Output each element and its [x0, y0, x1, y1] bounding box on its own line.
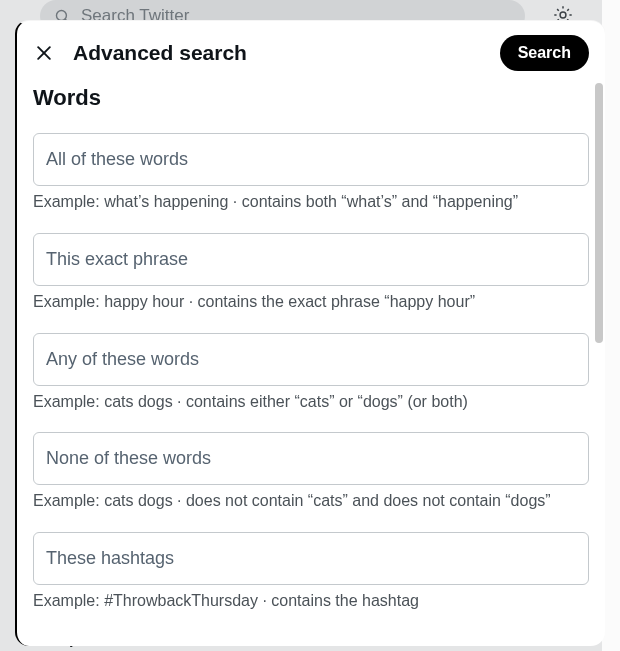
search-button[interactable]: Search	[500, 35, 589, 71]
close-icon	[34, 43, 54, 63]
section-words-title: Words	[33, 85, 589, 111]
any-words-example: Example: cats dogs · contains either “ca…	[33, 392, 589, 413]
modal-header: Advanced search Search	[17, 21, 605, 81]
field-none-words: Example: cats dogs · does not contain “c…	[33, 432, 589, 512]
field-hashtags: Example: #ThrowbackThursday · contains t…	[33, 532, 589, 612]
all-words-input[interactable]	[33, 133, 589, 186]
svg-point-0	[56, 10, 66, 20]
exact-phrase-input[interactable]	[33, 233, 589, 286]
scrollbar-thumb[interactable]	[595, 83, 603, 343]
exact-phrase-example: Example: happy hour · contains the exact…	[33, 292, 589, 313]
none-words-example: Example: cats dogs · does not contain “c…	[33, 491, 589, 512]
modal-scroll-area[interactable]: Words Example: what’s happening · contai…	[17, 81, 605, 646]
modal-title: Advanced search	[73, 41, 482, 65]
advanced-search-modal: Advanced search Search Words Example: wh…	[15, 20, 605, 646]
all-words-example: Example: what’s happening · contains bot…	[33, 192, 589, 213]
hashtags-example: Example: #ThrowbackThursday · contains t…	[33, 591, 589, 612]
close-button[interactable]	[33, 42, 55, 64]
none-words-input[interactable]	[33, 432, 589, 485]
any-words-input[interactable]	[33, 333, 589, 386]
field-any-words: Example: cats dogs · contains either “ca…	[33, 333, 589, 413]
svg-point-2	[560, 12, 566, 18]
modal-body: Words Example: what’s happening · contai…	[17, 85, 605, 612]
field-exact-phrase: Example: happy hour · contains the exact…	[33, 233, 589, 313]
field-all-words: Example: what’s happening · contains bot…	[33, 133, 589, 213]
hashtags-input[interactable]	[33, 532, 589, 585]
